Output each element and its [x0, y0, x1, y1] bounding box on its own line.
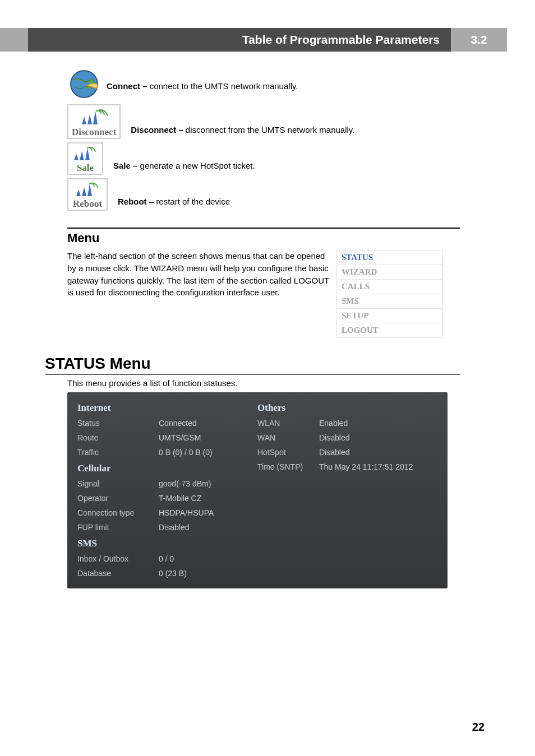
sale-desc: Sale – generate a new HotSpot ticket.: [113, 161, 255, 170]
status-menu-intro: This menu provides a list of function st…: [67, 378, 460, 388]
antenna-icon: [73, 146, 98, 163]
value-status: Connected: [159, 419, 197, 428]
sale-label: Sale –: [113, 161, 137, 170]
label-signal: Signal: [77, 479, 159, 488]
header-gray-left: [0, 28, 28, 52]
sale-caption: Sale: [77, 163, 94, 174]
reboot-caption: Reboot: [73, 198, 102, 210]
cat-others: Others: [257, 399, 437, 416]
label-status: Status: [77, 419, 159, 428]
status-panel: Internet StatusConnected RouteUMTS/GSM T…: [67, 392, 448, 588]
menu-item-calls[interactable]: CALLS: [337, 280, 442, 294]
label-database: Database: [77, 569, 159, 578]
row-signal: Signalgood(-73 dBm): [77, 476, 257, 491]
menu-heading: Menu: [67, 231, 460, 245]
connect-desc: Connect – connect to the UMTS network ma…: [107, 81, 298, 91]
row-traffic: Traffic0 B (0) / 0 B (0): [77, 445, 257, 460]
label-wlan: WLAN: [257, 419, 319, 428]
sale-text: generate a new HotSpot ticket.: [137, 161, 255, 170]
row-wan: WANDisabled: [257, 430, 437, 445]
value-operator: T-Mobile CZ: [159, 494, 201, 503]
antenna-icon: [80, 108, 109, 127]
label-traffic: Traffic: [77, 448, 159, 457]
cat-internet: Internet: [77, 399, 257, 416]
label-fup-limit: FUP limit: [77, 523, 159, 532]
label-route: Route: [77, 433, 159, 442]
content-area: Connect – connect to the UMTS network ma…: [67, 67, 460, 588]
label-connection-type: Connection type: [77, 508, 159, 517]
value-database: 0 (23 B): [159, 569, 187, 578]
value-signal: good(-73 dBm): [159, 479, 211, 488]
label-wan: WAN: [257, 433, 319, 442]
menu-item-setup[interactable]: SETUP: [337, 309, 442, 323]
row-status: StatusConnected: [77, 416, 257, 430]
menu-item-sms[interactable]: SMS: [337, 294, 442, 309]
disconnect-label: Disconnect –: [131, 125, 183, 134]
connect-row: Connect – connect to the UMTS network ma…: [67, 67, 460, 101]
status-col-right: Others WLANEnabled WANDisabled HotSpotDi…: [257, 399, 437, 581]
label-time-sntp: Time (SNTP): [257, 462, 319, 471]
value-wan: Disabled: [319, 433, 349, 442]
menu-item-logout[interactable]: LOGOUT: [337, 323, 442, 337]
value-traffic: 0 B (0) / 0 B (0): [159, 448, 213, 457]
row-fup-limit: FUP limitDisabled: [77, 520, 257, 535]
page-number: 22: [472, 721, 485, 734]
disconnect-text: disconnect from the UMTS network manuall…: [183, 125, 355, 134]
disconnect-row: Disconnect Disconnect – disconnect from …: [67, 104, 460, 139]
row-inbox-outbox: Inbox / Outbox0 / 0: [77, 551, 257, 566]
menu-description: The left-hand section of the screen show…: [67, 250, 331, 338]
status-col-left: Internet StatusConnected RouteUMTS/GSM T…: [77, 399, 257, 581]
value-fup-limit: Disabled: [159, 523, 189, 532]
label-hotspot: HotSpot: [257, 448, 319, 457]
row-hotspot: HotSpotDisabled: [257, 445, 437, 460]
row-wlan: WLANEnabled: [257, 416, 437, 430]
label-operator: Operator: [77, 494, 159, 503]
reboot-desc: Reboot – restart of the device: [118, 197, 230, 206]
disconnect-icon-box: Disconnect: [67, 104, 121, 139]
header-section-number: 3.2: [451, 28, 507, 52]
sale-row: Sale Sale – generate a new HotSpot ticke…: [67, 142, 460, 175]
document-page: Table of Programmable Parameters 3.2 Con…: [0, 0, 535, 756]
header-title: Table of Programmable Parameters: [28, 28, 451, 52]
disconnect-caption: Disconnect: [72, 127, 116, 138]
menu-item-wizard[interactable]: WIZARD: [337, 265, 442, 280]
sale-icon-box: Sale: [67, 142, 103, 175]
connect-label: Connect –: [107, 81, 147, 91]
reboot-row: Reboot Reboot – restart of the device: [67, 178, 460, 211]
menu-section: Menu The left-hand section of the screen…: [67, 228, 460, 338]
value-hotspot: Disabled: [319, 448, 349, 457]
cat-sms: SMS: [77, 535, 257, 551]
reboot-icon-box: Reboot: [67, 178, 108, 211]
value-connection-type: HSDPA/HSUPA: [159, 508, 214, 517]
menu-list: STATUS WIZARD CALLS SMS SETUP LOGOUT: [336, 250, 443, 338]
row-route: RouteUMTS/GSM: [77, 430, 257, 445]
row-operator: OperatorT-Mobile CZ: [77, 491, 257, 505]
antenna-icon: [75, 182, 100, 198]
row-database: Database0 (23 B): [77, 566, 257, 581]
value-wlan: Enabled: [319, 419, 348, 428]
menu-body: The left-hand section of the screen show…: [67, 250, 460, 338]
header-bar: Table of Programmable Parameters 3.2: [0, 28, 535, 52]
connect-text: connect to the UMTS network manually.: [147, 81, 298, 91]
row-connection-type: Connection typeHSDPA/HSUPA: [77, 505, 257, 520]
value-route: UMTS/GSM: [159, 433, 201, 442]
reboot-label: Reboot: [118, 197, 147, 206]
label-inbox-outbox: Inbox / Outbox: [77, 554, 159, 563]
status-menu-heading: STATUS Menu: [45, 355, 460, 375]
reboot-text: – restart of the device: [147, 197, 230, 206]
disconnect-desc: Disconnect – disconnect from the UMTS ne…: [131, 125, 354, 134]
cat-cellular: Cellular: [77, 460, 257, 476]
value-time-sntp: Thu May 24 11:17:51 2012: [319, 462, 413, 471]
globe-icon: [67, 67, 101, 101]
connect-icon-box: [67, 67, 101, 101]
row-time-sntp: Time (SNTP)Thu May 24 11:17:51 2012: [257, 460, 437, 474]
menu-item-status[interactable]: STATUS: [337, 251, 442, 265]
value-inbox-outbox: 0 / 0: [159, 554, 174, 563]
